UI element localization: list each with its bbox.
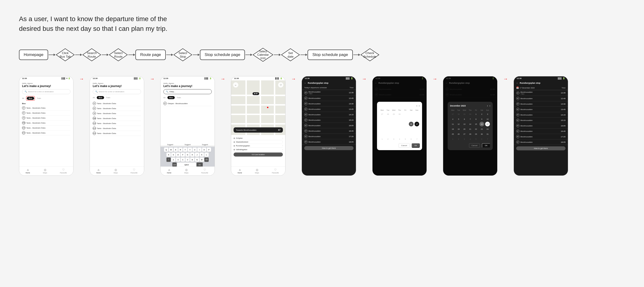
nav-fav-1[interactable]: ♡ Favourite: [60, 168, 67, 174]
cal-day-7-7[interactable]: 7: [468, 117, 472, 122]
cal-day-6-27[interactable]: 27: [392, 132, 396, 136]
cal-day-6-30[interactable]: 30: [409, 132, 414, 136]
cal-day-7-6b[interactable]: 6: [480, 136, 484, 141]
nav-stops-4[interactable]: ◎ Stops: [255, 168, 259, 174]
cal-day-6-9[interactable]: 9: [409, 117, 414, 122]
key-d[interactable]: D: [176, 152, 180, 157]
stop-item-valh[interactable]: Valhallagatan ›: [234, 148, 283, 152]
cal-day-6-28a[interactable]: 28: [386, 112, 390, 116]
cal-day-6-20[interactable]: 20: [392, 127, 396, 132]
cal-day-7-13[interactable]: 13: [462, 122, 467, 126]
key-q[interactable]: Q: [164, 148, 168, 152]
cal-day-7-4[interactable]: 4: [450, 117, 455, 122]
cal-next-7[interactable]: ›: [490, 104, 490, 108]
route-item-2-5[interactable]: 123 Tanto - Stockholm Östra: [93, 121, 141, 126]
cal-day-6-28[interactable]: 28: [397, 132, 402, 136]
route-item-1-4[interactable]: 78B Tanto - Stockholm Östra: [22, 120, 70, 126]
sched-item-5-9[interactable]: 67 Blockhusudden 17:20: [302, 134, 356, 139]
cal-day-7-8[interactable]: 8: [474, 117, 478, 122]
cal-day-6-4[interactable]: 4: [380, 117, 384, 122]
cal-day-6-24[interactable]: 24: [414, 127, 419, 132]
nav-stops-3[interactable]: ◎ Stops: [184, 168, 188, 174]
tab-all-1[interactable]: All: [22, 97, 24, 100]
key-123[interactable]: 123: [172, 162, 177, 167]
cal-day-7-3b[interactable]: 3: [462, 136, 467, 141]
cal-day-7-20[interactable]: 20: [462, 127, 467, 132]
route-item-2-3[interactable]: 78 Tanto - Stockholm Östra: [93, 111, 141, 116]
cal-day-7-30[interactable]: 30: [480, 132, 484, 136]
cal-day-7-23[interactable]: 23: [480, 127, 484, 132]
nav-home-2[interactable]: ⌂ Home: [96, 168, 101, 174]
cal-day-7-10[interactable]: 10: [485, 117, 490, 122]
sched-item-8-5[interactable]: 67 Blockhusudden 14:15: [514, 112, 568, 118]
how-btn-8[interactable]: How to get there: [516, 146, 566, 150]
live-location-btn-4[interactable]: 0.0 Live location: [234, 152, 283, 156]
key-space[interactable]: space: [177, 162, 196, 167]
cal-day-6-21[interactable]: 21: [397, 127, 402, 132]
sched-item-8-4[interactable]: 67 Blockhusudden 13:45: [514, 107, 568, 112]
sched-item-5-6[interactable]: 67 Blockhusudden 15:15: [302, 118, 356, 123]
key-t[interactable]: T: [183, 148, 187, 152]
stop-item-stad[interactable]: Stadsbilioteket ›: [234, 140, 283, 144]
cal-day-7-5[interactable]: 5: [456, 117, 461, 122]
cal-day-6-11[interactable]: 11: [380, 122, 384, 126]
cal-day-7-29a[interactable]: 29: [462, 112, 467, 116]
sched-item-8-7[interactable]: 67 Blockhusudden 16:05: [514, 123, 568, 128]
screen1-search[interactable]: 🔍 Search for a line or destination: [22, 89, 70, 94]
key-y[interactable]: Y: [188, 148, 192, 152]
back-arrow-8[interactable]: ←: [516, 82, 518, 84]
cal-day-7-5b[interactable]: 5: [474, 136, 478, 141]
cal-day-7-29[interactable]: 29: [474, 132, 478, 136]
screen2-search[interactable]: 🔍 Search for a line or destination: [93, 89, 141, 94]
sched-item-8-10[interactable]: 67 Blockhusudden 18:05: [514, 140, 568, 145]
cal-day-7-12[interactable]: 12: [456, 122, 461, 126]
cal-day-6-29[interactable]: 29: [403, 132, 408, 136]
cal-day-6-27a[interactable]: 27: [380, 112, 384, 116]
cal-day-6-6b[interactable]: 6: [409, 136, 414, 141]
tab-bus-3[interactable]: Bus: [168, 96, 175, 99]
nav-fav-3[interactable]: ♡ Favourite: [201, 168, 208, 174]
cal-day-6-30a[interactable]: 30: [397, 112, 402, 116]
cal-day-6-3b[interactable]: 3: [392, 136, 396, 141]
cal-day-7-15[interactable]: 15: [474, 122, 478, 126]
key-f[interactable]: F: [181, 152, 185, 157]
cal-day-6-31[interactable]: 31: [414, 132, 419, 136]
cal-day-6-1[interactable]: 1: [403, 112, 408, 116]
key-a[interactable]: A: [166, 152, 171, 157]
cal-cancel-btn-6[interactable]: Cancel: [398, 143, 410, 148]
route-item-1-3[interactable]: 78 Tanto - Stockholm Östra: [22, 116, 70, 120]
cal-day-7-21[interactable]: 21: [468, 127, 472, 132]
cal-day-6-16[interactable]: 16: [409, 122, 414, 126]
nav-home-1[interactable]: ⌂ Home: [26, 168, 30, 174]
key-j[interactable]: J: [195, 152, 199, 157]
cal-day-6-2[interactable]: 2: [409, 112, 414, 116]
route-item-1-2[interactable]: 67 Tanto - Stockholm Östra: [22, 110, 70, 116]
cal-day-7-28[interactable]: 28: [468, 132, 472, 136]
cal-day-7-1b[interactable]: 1: [450, 136, 455, 141]
tab-all-2[interactable]: All: [93, 96, 95, 99]
tab-train-3[interactable]: Train: [177, 96, 181, 99]
cal-day-7-27[interactable]: 27: [462, 132, 467, 136]
cal-day-6-25[interactable]: 25: [380, 132, 384, 136]
key-delete[interactable]: ⌫: [204, 158, 209, 162]
tab-train-1[interactable]: Train: [37, 97, 41, 100]
cal-day-7-22[interactable]: 22: [474, 127, 478, 132]
cal-day-6-14[interactable]: 14: [397, 122, 402, 126]
cal-day-6-8[interactable]: 8: [403, 117, 408, 122]
key-go[interactable]: Go: [196, 162, 203, 167]
cal-day-7-6[interactable]: 6: [462, 117, 467, 122]
nav-stops-1[interactable]: ◎ Stops: [43, 168, 47, 174]
cal-day-6-3[interactable]: 3: [414, 112, 419, 116]
cal-day-6-1b[interactable]: 1: [380, 136, 384, 141]
key-i[interactable]: I: [197, 148, 202, 152]
sched-item-8-3[interactable]: 67 Blockhusudden 13:30: [514, 101, 568, 107]
route-item-1-5[interactable]: 123 Tanto - Stockholm Östra: [22, 126, 70, 130]
key-z[interactable]: Z: [171, 158, 176, 162]
cal-day-6-5b[interactable]: 5: [403, 136, 408, 141]
date-badge-8[interactable]: 📅 17 December 2024: [516, 86, 535, 89]
key-e[interactable]: E: [174, 148, 178, 152]
cal-day-7-11[interactable]: 11: [450, 122, 455, 126]
nav-fav-2[interactable]: ♡ Favourite: [131, 168, 138, 174]
route-item-2-6[interactable]: 213 Tanto - Stockholm Östra: [93, 126, 141, 131]
cal-day-6-6[interactable]: 6: [392, 117, 396, 122]
